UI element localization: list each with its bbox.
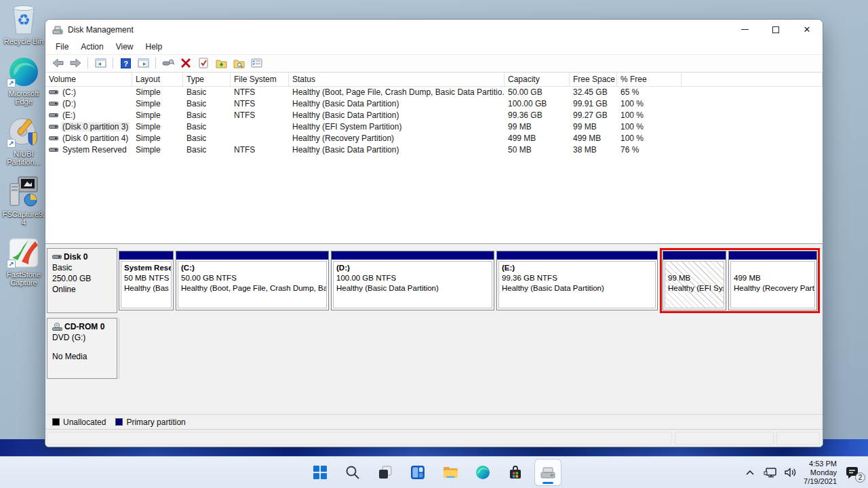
partition-block[interactable]: 99 MBHealthy (EFI Sys [663, 251, 726, 310]
clock-time: 4:53 PM [804, 460, 837, 468]
status-cell: Healthy (EFI System Partition) [289, 122, 505, 131]
desktop-icon-recycle-bin[interactable]: ♻ Recycle Bin [1, 3, 46, 45]
pointer-icon[interactable] [161, 57, 175, 69]
desktop-icon-microsoft-edge[interactable]: ↗ Microsoft Edge [1, 55, 46, 106]
forward-icon[interactable] [68, 57, 82, 69]
partition-block[interactable]: (C:)50.00 GB NTFSHealthy (Boot, Page Fil… [176, 251, 329, 310]
volume-cell: System Reserved [45, 145, 132, 155]
file-explorer-icon [442, 464, 459, 481]
cdrom-icon [52, 323, 62, 331]
partition-status: Healthy (Boot, Page File, Crash Dump, Ba [181, 283, 323, 293]
back-icon[interactable] [51, 57, 64, 69]
properties-icon[interactable] [197, 57, 210, 69]
disk0-label-panel[interactable]: Disk 0 Basic 250.00 GB Online [47, 248, 117, 313]
partition-size: 50 MB NTFS [124, 273, 168, 283]
column-header-free-space[interactable]: Free Space [570, 73, 617, 86]
microsoft-store-button[interactable] [502, 460, 528, 485]
volume-disk-icon [49, 146, 58, 153]
layout-cell: Simple [132, 122, 183, 131]
partition-name [668, 263, 721, 273]
minimize-button[interactable] [729, 20, 760, 40]
recycle-bin-icon: ♻ [1, 3, 46, 35]
column-header-volume[interactable]: Volume [45, 73, 132, 86]
status-cell: Healthy (Recovery Partition) [289, 134, 505, 143]
partition-status: Healthy (Basic Data Partition) [502, 283, 652, 293]
table-row[interactable]: (Disk 0 partition 4)SimpleBasicHealthy (… [45, 133, 823, 144]
volume-icon[interactable] [783, 467, 798, 478]
capacity-cell: 50.00 GB [505, 87, 570, 97]
table-row[interactable]: (C:)SimpleBasicNTFSHealthy (Boot, Page F… [45, 87, 823, 98]
freespace-cell: 38 MB [570, 145, 617, 155]
network-icon[interactable] [763, 467, 778, 478]
show-console-tree-icon[interactable] [94, 57, 107, 69]
column-header-layout[interactable]: Layout [132, 73, 183, 86]
partition-block[interactable]: (D:)100.00 GB NTFSHealthy (Basic Data Pa… [331, 251, 494, 310]
menu-view[interactable]: View [110, 41, 140, 53]
system-tray: 4:53 PM Monday 7/19/2021 2 [743, 457, 863, 488]
show-action-pane-icon[interactable] [136, 57, 150, 69]
close-button[interactable]: ✕ [791, 20, 823, 40]
tray-chevron-up-icon[interactable] [743, 469, 757, 476]
column-header-file-system[interactable]: File System [231, 73, 289, 86]
partition-legend: UnallocatedPrimary partition [45, 414, 823, 429]
open-folder-icon[interactable] [214, 57, 228, 69]
partition-size: 499 MB [734, 273, 812, 283]
type-cell: Basic [183, 87, 231, 97]
column-header-pct-free[interactable]: % Free [617, 73, 682, 86]
cdrom-label-panel[interactable]: CD-ROM 0 DVD (G:) No Media [47, 318, 117, 379]
notification-badge: 2 [855, 472, 865, 483]
maximize-button[interactable] [760, 20, 791, 40]
volume-disk-icon [49, 112, 58, 119]
type-cell: Basic [183, 110, 231, 120]
desktop-icon-label: FSCapture9.4 [1, 210, 46, 226]
menu-help[interactable]: Help [140, 41, 169, 53]
column-header-capacity[interactable]: Capacity [505, 73, 570, 86]
task-view-icon [377, 464, 393, 481]
explore-icon[interactable] [232, 57, 245, 69]
primary-partition-bar [729, 251, 816, 260]
pctfree-cell: 100 % [617, 134, 682, 143]
legend-item: Unallocated [52, 418, 106, 427]
pctfree-cell: 65 % [617, 87, 682, 97]
column-header-status[interactable]: Status [289, 73, 505, 86]
disk-management-taskbar-button[interactable] [535, 460, 561, 485]
file-explorer-button[interactable] [437, 460, 463, 485]
taskbar-clock[interactable]: 4:53 PM Monday 7/19/2021 [804, 460, 837, 486]
partition-block[interactable]: System Rese50 MB NTFSHealthy (Bas [119, 251, 174, 310]
cdrom-empty-area [119, 318, 821, 379]
table-row[interactable]: (E:)SimpleBasicNTFSHealthy (Basic Data P… [45, 110, 823, 121]
partition-block[interactable]: (E:)99.36 GB NTFSHealthy (Basic Data Par… [496, 251, 658, 310]
widgets-button[interactable] [405, 460, 431, 485]
table-row[interactable]: (D:)SimpleBasicNTFSHealthy (Basic Data P… [45, 98, 823, 110]
filesystem-cell: NTFS [231, 145, 289, 155]
table-row[interactable]: System ReservedSimpleBasicNTFSHealthy (B… [45, 144, 823, 156]
desktop-icon-label: Recycle Bin [1, 37, 46, 45]
volume-name: (C:) [61, 87, 77, 97]
help-icon[interactable]: ? [119, 57, 132, 69]
pctfree-cell: 76 % [617, 145, 682, 155]
window-title: Disk Management [68, 25, 134, 35]
partition-block[interactable]: 499 MBHealthy (Recovery Part [728, 251, 817, 310]
filesystem-cell: NTFS [231, 87, 289, 97]
title-bar[interactable]: Disk Management ✕ [45, 20, 823, 40]
checklist-icon[interactable] [250, 57, 263, 69]
desktop-icon-niubi-partition[interactable]: ↗ NIUBI Partition... [1, 115, 46, 166]
desktop-icon-faststone-capture[interactable]: ↗ FastStone Capture [1, 236, 46, 287]
delete-volume-icon[interactable] [179, 57, 193, 69]
start-button[interactable] [307, 460, 333, 485]
task-view-button[interactable] [372, 460, 398, 485]
column-header-type[interactable]: Type [183, 73, 231, 86]
table-row[interactable]: (Disk 0 partition 3)SimpleBasicHealthy (… [45, 121, 823, 133]
edge-button[interactable] [470, 460, 496, 485]
menu-file[interactable]: File [50, 41, 75, 53]
search-button[interactable] [340, 460, 366, 485]
svg-text:♻: ♻ [17, 12, 31, 28]
menu-action[interactable]: Action [75, 41, 109, 53]
capacity-cell: 50 MB [505, 145, 570, 155]
legend-swatch [52, 418, 60, 426]
notification-center-button[interactable]: 2 [842, 466, 863, 479]
fscapture-icon [1, 176, 46, 208]
filesystem-cell: NTFS [231, 110, 289, 120]
column-header-filler [682, 73, 823, 86]
desktop-icon-fscapture[interactable]: FSCapture9.4 [1, 176, 46, 226]
